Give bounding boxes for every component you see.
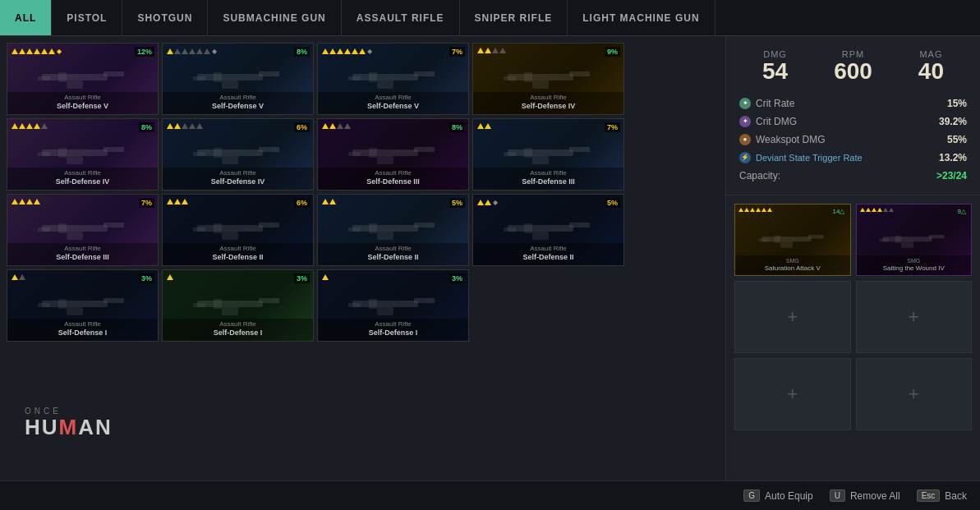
weapon-card[interactable]: 3% Assault Rifle Self-Defense I xyxy=(162,269,314,342)
card-type: Assault Rifle xyxy=(9,245,156,253)
remove-all-label: Remove All xyxy=(850,490,900,502)
card-label: Assault Rifle Self-Defense II xyxy=(473,243,623,265)
card-stars xyxy=(167,274,173,280)
svg-rect-29 xyxy=(214,148,222,158)
crit-dmg-value: 39.2% xyxy=(939,116,967,127)
card-badge: 9% xyxy=(605,47,620,57)
card-label: Assault Rifle Self-Defense I xyxy=(163,319,313,341)
svg-rect-63 xyxy=(67,307,83,315)
card-label: Assault Rifle Self-Defense V xyxy=(7,92,158,114)
card-type: Assault Rifle xyxy=(475,169,622,177)
weapon-card[interactable]: 6% Assault Rifle Self-Defense IV xyxy=(162,118,314,191)
remove-all-action: U Remove All xyxy=(830,489,900,502)
svg-rect-12 xyxy=(414,71,435,76)
svg-rect-61 xyxy=(38,303,50,307)
tab-shotgun[interactable]: SHOTGUN xyxy=(122,0,208,35)
weapon-grid: ◆ 12% Assault Rifle Self-Defense V xyxy=(0,36,725,480)
card-badge: 3% xyxy=(294,273,310,283)
equipment-slot-3[interactable]: + xyxy=(734,281,851,353)
svg-rect-42 xyxy=(104,223,124,227)
equipment-slot-6[interactable]: + xyxy=(856,358,973,430)
weapon-card[interactable]: ◆ 5% Assault Rifle Self-Defense II xyxy=(472,194,624,266)
add-slot-icon: + xyxy=(909,306,919,328)
card-name: Self-Defense V xyxy=(9,102,156,112)
weapon-card[interactable]: 7% Assault Rifle Self-Defense III xyxy=(472,118,624,191)
svg-rect-26 xyxy=(193,152,205,156)
tab-submachine[interactable]: SUBMACHINE GUN xyxy=(208,0,341,35)
equipment-slot-4[interactable]: + xyxy=(856,281,973,353)
logo-human: HUMAN xyxy=(25,416,113,439)
deviant-row: ⚡ Deviant State Trigger Rate 13.2% xyxy=(739,152,967,163)
tab-sniper-rifle[interactable]: SNIPER RIFLE xyxy=(460,0,568,35)
back-label: Back xyxy=(945,490,967,502)
weapon-card[interactable]: ◆ 8% Assault Rifle Self-Defense V xyxy=(162,43,314,115)
svg-rect-52 xyxy=(414,223,435,227)
card-badge: 12% xyxy=(135,47,154,57)
equipment-slot-5[interactable]: + xyxy=(734,358,851,430)
svg-rect-51 xyxy=(348,227,361,232)
logo-hu: HU xyxy=(25,415,59,439)
card-type: Assault Rifle xyxy=(320,320,467,329)
card-label: Assault Rifle Self-Defense IV xyxy=(163,168,313,190)
card-name: Self-Defense V xyxy=(320,102,467,112)
auto-equip-key: G xyxy=(743,489,760,502)
svg-rect-19 xyxy=(524,72,532,82)
card-name: Self-Defense IV xyxy=(475,102,622,112)
card-stars: ◆ xyxy=(322,48,372,55)
stats-top: DMG 54 RPM 600 MAG 40 xyxy=(739,49,967,85)
weakspot-label: Weakspot DMG xyxy=(756,134,825,145)
weapon-card[interactable]: ◆ 7% Assault Rifle Self-Defense V xyxy=(317,43,469,115)
card-badge: 7% xyxy=(139,198,154,208)
crit-rate-row: ✦ Crit Rate 15% xyxy=(739,98,967,109)
card-type: Assault Rifle xyxy=(475,94,622,102)
remove-all-key: U xyxy=(830,489,845,502)
equipment-slot-1[interactable]: 14△ SMG Saturation Attack V xyxy=(734,204,851,276)
svg-rect-66 xyxy=(193,303,205,307)
weakspot-row: ● Weakspot DMG 55% xyxy=(739,134,967,145)
rpm-value: 600 xyxy=(834,59,872,85)
tab-pistol[interactable]: PISTOL xyxy=(52,0,122,35)
tab-assault-rifle[interactable]: ASSAULT RIFLE xyxy=(342,0,460,35)
capacity-label: Capacity: xyxy=(739,170,780,181)
tab-lmg[interactable]: LIGHT MACHINE GUN xyxy=(568,0,715,35)
card-stars xyxy=(12,199,40,204)
card-stars: ◆ xyxy=(167,48,217,55)
card-stars xyxy=(322,199,336,204)
auto-equip-label: Auto Equip xyxy=(765,490,813,502)
weapon-card[interactable]: 7% Assault Rifle Self-Defense III xyxy=(7,194,159,266)
weapon-card[interactable]: 3% Assault Rifle Self-Defense I xyxy=(7,269,159,342)
weapon-card[interactable]: 5% Assault Rifle Self-Defense II xyxy=(317,194,469,266)
weapon-card[interactable]: 9% Assault Rifle Self-Defense IV xyxy=(472,43,624,115)
card-label: Assault Rifle Self-Defense V xyxy=(163,92,313,114)
weapon-card[interactable]: 3% Assault Rifle Self-Defense I xyxy=(317,269,469,342)
grid-row-3: 3% Assault Rifle Self-Defense I 3% Assa xyxy=(7,269,719,342)
svg-rect-43 xyxy=(67,232,83,240)
weapon-card[interactable]: 8% Assault Rifle Self-Defense IV xyxy=(7,118,159,191)
tab-all[interactable]: ALL xyxy=(0,0,52,35)
stat-mag: MAG 40 xyxy=(918,49,944,85)
card-stars xyxy=(322,274,329,280)
add-slot-icon: + xyxy=(787,384,798,405)
svg-rect-77 xyxy=(808,235,824,239)
svg-rect-81 xyxy=(880,238,889,241)
equipment-slot-2[interactable]: 9△ SMG Salting the Wound IV xyxy=(856,204,973,276)
svg-rect-62 xyxy=(104,298,124,303)
logo-area: ONCE HUMAN xyxy=(25,407,113,439)
weapon-card[interactable]: 8% Assault Rifle Self-Defense III xyxy=(317,118,469,191)
svg-rect-33 xyxy=(377,156,393,164)
card-badge: 7% xyxy=(449,47,465,57)
card-type: Assault Rifle xyxy=(475,245,622,253)
svg-rect-50 xyxy=(352,225,418,232)
svg-rect-24 xyxy=(58,148,67,158)
svg-rect-49 xyxy=(214,223,222,233)
weapon-card[interactable]: ◆ 12% Assault Rifle Self-Defense V xyxy=(7,43,159,115)
deviant-value: 13.2% xyxy=(939,152,967,163)
add-slot-icon: + xyxy=(787,306,798,328)
svg-rect-74 xyxy=(369,299,377,309)
deviant-label: Deviant State Trigger Rate xyxy=(756,153,863,163)
weapon-card[interactable]: 6% Assault Rifle Self-Defense II xyxy=(162,194,314,266)
svg-rect-84 xyxy=(895,236,902,243)
svg-rect-41 xyxy=(38,227,50,232)
card-type: Assault Rifle xyxy=(9,94,156,102)
card-stars xyxy=(167,123,203,129)
